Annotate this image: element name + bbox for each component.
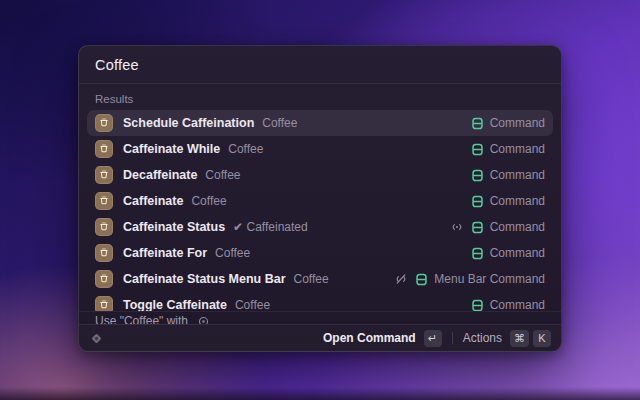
command-title: Caffeinate While [123, 142, 220, 156]
command-title: Decaffeinate [123, 168, 197, 182]
command-type-label: Command [490, 220, 545, 234]
list-item[interactable]: Toggle Caffeinate Coffee Command [87, 292, 553, 311]
command-type-icon [471, 143, 484, 156]
footer: Open Command ↵ Actions ⌘ K [79, 324, 561, 351]
command-type-icon [415, 273, 428, 286]
command-type-label: Command [490, 246, 545, 260]
command-subtitle: Coffee [294, 272, 329, 286]
command-type-icon [471, 299, 484, 312]
app-icon [198, 316, 209, 324]
enter-key-badge: ↵ [424, 330, 442, 347]
command-title: Caffeinate [123, 194, 183, 208]
command-type-label: Command [490, 298, 545, 311]
list-item[interactable]: Decaffeinate Coffee Command [87, 162, 553, 188]
command-subtitle: ✔ Caffeinated [233, 220, 308, 234]
command-subtitle: Coffee [205, 168, 240, 182]
results-section-label: Results [79, 84, 561, 110]
use-with-section[interactable]: Use "Coffee" with [79, 311, 561, 324]
command-type-icon [471, 195, 484, 208]
command-title: Caffeinate Status [123, 220, 225, 234]
command-title: Toggle Caffeinate [123, 298, 227, 311]
raycast-command-palette: Results Schedule Caffeination Coffee Com… [78, 45, 562, 352]
command-title: Caffeinate For [123, 246, 207, 260]
footer-divider [452, 332, 453, 344]
coffee-extension-icon [95, 192, 113, 210]
coffee-extension-icon [95, 166, 113, 184]
list-item[interactable]: Caffeinate Status Menu Bar Coffee Menu B… [87, 266, 553, 292]
command-type-label: Menu Bar Command [434, 272, 545, 286]
primary-action-label[interactable]: Open Command [323, 331, 416, 345]
coffee-extension-icon [95, 296, 113, 311]
command-type-label: Command [490, 194, 545, 208]
command-subtitle: Coffee [215, 246, 250, 260]
actions-button[interactable]: Actions [463, 331, 502, 345]
use-with-label: Use "Coffee" with [95, 314, 188, 324]
command-type-icon [471, 169, 484, 182]
coffee-extension-icon [95, 140, 113, 158]
command-title: Caffeinate Status Menu Bar [123, 272, 286, 286]
command-type-icon [471, 247, 484, 260]
raycast-logo-icon [89, 331, 104, 346]
coffee-extension-icon [95, 218, 113, 236]
list-item[interactable]: Caffeinate Status ✔ Caffeinated Command [87, 214, 553, 240]
command-type-icon [471, 117, 484, 130]
cmd-key-badge: ⌘ [510, 330, 529, 347]
search-input[interactable] [95, 57, 545, 73]
command-subtitle: Coffee [235, 298, 270, 311]
signal-slash-icon [394, 272, 408, 286]
coffee-extension-icon [95, 114, 113, 132]
command-type-label: Command [490, 142, 545, 156]
coffee-extension-icon [95, 244, 113, 262]
command-subtitle: Coffee [191, 194, 226, 208]
coffee-extension-icon [95, 270, 113, 288]
command-title: Schedule Caffeination [123, 116, 254, 130]
list-item[interactable]: Caffeinate While Coffee Command [87, 136, 553, 162]
k-key-badge: K [533, 330, 551, 347]
list-item[interactable]: Caffeinate For Coffee Command [87, 240, 553, 266]
command-subtitle: Coffee [262, 116, 297, 130]
signal-icon [450, 220, 464, 234]
command-type-label: Command [490, 116, 545, 130]
list-item[interactable]: Schedule Caffeination Coffee Command [87, 110, 553, 136]
command-subtitle: Coffee [228, 142, 263, 156]
command-type-label: Command [490, 168, 545, 182]
search-bar [79, 46, 561, 84]
list-item[interactable]: Caffeinate Coffee Command [87, 188, 553, 214]
command-type-icon [471, 221, 484, 234]
results-list: Schedule Caffeination Coffee Command Caf… [79, 110, 561, 311]
